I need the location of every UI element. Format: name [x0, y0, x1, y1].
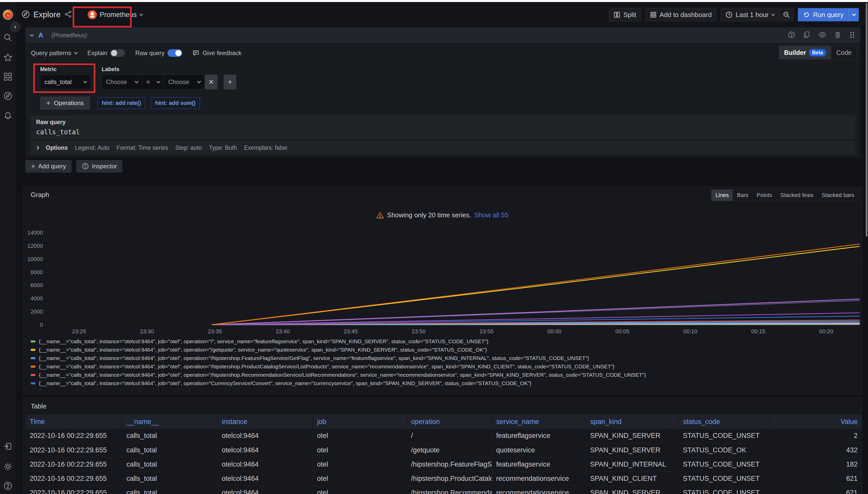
- builder-tab[interactable]: Builder Beta: [779, 46, 831, 59]
- legend-color-marker: [31, 340, 35, 342]
- table-row[interactable]: 2022-10-16 00:22:29.655calls_totalotelco…: [26, 457, 862, 471]
- legend-item[interactable]: {__name__="calls_total", instance="otelc…: [31, 345, 854, 354]
- legend-item[interactable]: {__name__="calls_total", instance="otelc…: [31, 362, 854, 370]
- legend-item[interactable]: {__name__="calls_total", instance="otelc…: [31, 337, 854, 345]
- graph-panel-title: Graph: [31, 191, 49, 199]
- time-range-picker[interactable]: Last 1 hour: [721, 8, 779, 21]
- graph-mode-lines[interactable]: Lines: [711, 190, 733, 201]
- table-cell: featureflagservice: [492, 429, 586, 443]
- label-value-select[interactable]: Choose: [164, 75, 205, 89]
- table-row[interactable]: 2022-10-16 00:22:29.655calls_totalotelco…: [26, 486, 862, 494]
- label-key-select[interactable]: Choose: [102, 75, 142, 89]
- run-query-label: Run query: [813, 11, 844, 19]
- query-patterns-dropdown[interactable]: Query patterns: [31, 50, 77, 57]
- drag-handle-icon[interactable]: [849, 31, 855, 40]
- table-row[interactable]: 2022-10-16 00:22:29.655calls_totalotelco…: [26, 443, 862, 457]
- add-to-dashboard-label: Add to dashboard: [659, 11, 712, 19]
- chevron-down-icon: [157, 79, 161, 83]
- table-cell: STATUS_CODE_OK: [679, 443, 770, 457]
- column-header-status-code[interactable]: status_code: [679, 415, 770, 429]
- column-header-span-kind[interactable]: span_kind: [586, 415, 679, 429]
- operations-label: Operations: [54, 99, 84, 107]
- svg-text:23:50: 23:50: [412, 328, 426, 335]
- svg-text:10000: 10000: [28, 256, 43, 262]
- duplicate-query-icon[interactable]: [803, 31, 811, 40]
- sign-in-icon[interactable]: [3, 442, 13, 451]
- column-header-value[interactable]: Value: [770, 415, 862, 429]
- metric-select[interactable]: calls_total: [40, 75, 91, 89]
- give-feedback-link[interactable]: Give feedback: [192, 50, 241, 57]
- legend-item[interactable]: {__name__="calls_total", instance="otelc…: [31, 379, 854, 387]
- column-header-instance[interactable]: instance: [217, 415, 313, 429]
- column-header--name-[interactable]: __name__: [122, 415, 217, 429]
- inspector-button[interactable]: Inspector: [76, 160, 123, 173]
- show-all-series-link[interactable]: Show all 55: [474, 211, 508, 219]
- code-tab[interactable]: Code: [831, 46, 856, 59]
- options-summary-item: Exemplars: false: [244, 145, 287, 151]
- add-query-button[interactable]: + Add query: [25, 160, 72, 173]
- dashboards-icon[interactable]: [3, 72, 13, 81]
- svg-text:4000: 4000: [31, 295, 43, 302]
- label-key-placeholder: Choose: [106, 78, 127, 86]
- legend-color-marker: [31, 382, 35, 384]
- table-row[interactable]: 2022-10-16 00:22:29.655calls_totalotelco…: [26, 429, 862, 443]
- column-header-service-name[interactable]: service_name: [492, 415, 586, 429]
- sidebar-expand-button[interactable]: ›: [10, 22, 20, 32]
- table-header-row: Time__name__instancejoboperationservice_…: [26, 415, 862, 429]
- run-query-dropdown[interactable]: [849, 8, 859, 21]
- remove-label-button[interactable]: ✕: [205, 75, 217, 89]
- graph-mode-stacked-lines[interactable]: Stacked lines: [776, 190, 818, 201]
- share-icon[interactable]: [64, 11, 72, 19]
- help-icon[interactable]: [3, 481, 13, 491]
- search-icon[interactable]: [3, 33, 13, 42]
- delete-query-trash-icon[interactable]: [834, 31, 842, 40]
- raw-query-toggle[interactable]: [167, 49, 182, 57]
- add-to-dashboard-button[interactable]: Add to dashboard: [645, 8, 717, 21]
- query-hint-button[interactable]: hint: add rate(): [97, 97, 145, 109]
- add-label-button[interactable]: +: [223, 75, 236, 89]
- time-series-chart[interactable]: 0200040006000800010000120001400023:2523:…: [23, 226, 862, 338]
- chevron-down-icon: [139, 12, 143, 16]
- graph-series-warning: Showing only 20 time series. Show all 55: [23, 211, 862, 219]
- run-query-button[interactable]: Run query: [798, 8, 859, 21]
- add-operation-button[interactable]: + Operations: [40, 96, 90, 110]
- grafana-logo[interactable]: [2, 9, 14, 20]
- starred-icon[interactable]: [3, 53, 13, 62]
- svg-text:8000: 8000: [31, 269, 43, 276]
- graph-mode-points[interactable]: Points: [753, 190, 776, 201]
- graph-mode-stacked-bars[interactable]: Stacked bars: [818, 190, 858, 201]
- top-navbar: Explore Prometheus Split Add to dashboar…: [16, 2, 868, 27]
- label-operator-select[interactable]: =: [142, 75, 164, 89]
- explore-nav-icon[interactable]: [3, 91, 13, 100]
- svg-text:0: 0: [40, 322, 43, 328]
- legend-item[interactable]: {__name__="calls_total", instance="otelc…: [31, 370, 854, 379]
- toggle-visibility-eye-icon[interactable]: [818, 31, 826, 40]
- datasource-picker[interactable]: Prometheus: [84, 8, 146, 21]
- alerting-bell-icon[interactable]: [3, 111, 13, 120]
- settings-gear-icon[interactable]: [3, 462, 13, 471]
- time-range-label: Last 1 hour: [736, 11, 768, 19]
- legend-item[interactable]: {__name__="calls_total", instance="otelc…: [31, 387, 854, 390]
- split-button[interactable]: Split: [609, 8, 641, 21]
- explain-toggle[interactable]: [110, 49, 125, 57]
- legend-item[interactable]: {__name__="calls_total", instance="otelc…: [31, 354, 854, 362]
- query-help-icon[interactable]: [788, 31, 795, 40]
- column-header-job[interactable]: job: [313, 415, 407, 429]
- column-header-time[interactable]: Time: [26, 415, 122, 429]
- column-header-operation[interactable]: operation: [407, 415, 492, 429]
- query-hint-button[interactable]: hint: add sum(): [151, 97, 200, 109]
- graph-mode-bars[interactable]: Bars: [733, 190, 753, 201]
- table-cell: otelcol:9464: [217, 486, 313, 494]
- table-row[interactable]: 2022-10-16 00:22:29.655calls_totalotelco…: [26, 471, 862, 486]
- scrollbar-thumb[interactable]: [866, 3, 868, 236]
- table-cell: recommendationservice: [492, 471, 586, 486]
- zoom-out-time-button[interactable]: [779, 8, 794, 21]
- table-cell: otel: [313, 429, 407, 443]
- options-bar[interactable]: Options Legend: AutoFormat: Time seriesS…: [31, 141, 855, 154]
- query-row-header[interactable]: A (Prometheus): [25, 27, 861, 43]
- table-cell: /: [407, 429, 492, 443]
- prometheus-logo-icon: [88, 10, 97, 19]
- collapse-chevron-icon[interactable]: [30, 33, 34, 37]
- warning-text: Showing only 20 time series.: [387, 211, 471, 219]
- table-cell: STATUS_CODE_UNSET: [679, 471, 770, 486]
